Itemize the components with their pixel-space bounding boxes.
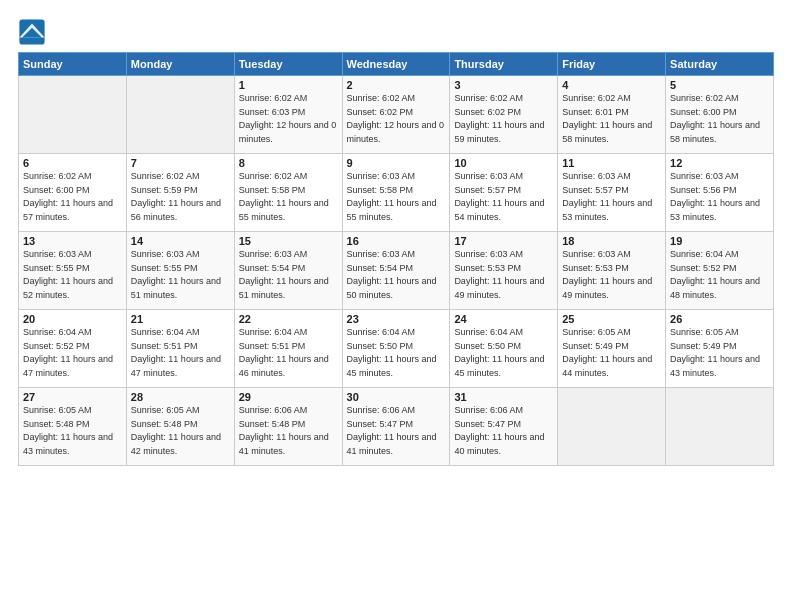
- day-info: Sunrise: 6:04 AMSunset: 5:52 PMDaylight:…: [670, 248, 769, 302]
- day-info: Sunrise: 6:04 AMSunset: 5:51 PMDaylight:…: [239, 326, 338, 380]
- day-number: 1: [239, 79, 338, 91]
- day-number: 25: [562, 313, 661, 325]
- day-number: 13: [23, 235, 122, 247]
- day-info: Sunrise: 6:03 AMSunset: 5:55 PMDaylight:…: [23, 248, 122, 302]
- calendar-table: SundayMondayTuesdayWednesdayThursdayFrid…: [18, 52, 774, 466]
- logo-icon: [18, 18, 46, 46]
- day-cell: 20Sunrise: 6:04 AMSunset: 5:52 PMDayligh…: [19, 310, 127, 388]
- day-cell: 21Sunrise: 6:04 AMSunset: 5:51 PMDayligh…: [126, 310, 234, 388]
- day-number: 2: [347, 79, 446, 91]
- day-number: 4: [562, 79, 661, 91]
- day-cell: 18Sunrise: 6:03 AMSunset: 5:53 PMDayligh…: [558, 232, 666, 310]
- header-day-wednesday: Wednesday: [342, 53, 450, 76]
- day-number: 22: [239, 313, 338, 325]
- day-info: Sunrise: 6:03 AMSunset: 5:56 PMDaylight:…: [670, 170, 769, 224]
- day-number: 18: [562, 235, 661, 247]
- day-cell: 3Sunrise: 6:02 AMSunset: 6:02 PMDaylight…: [450, 76, 558, 154]
- day-info: Sunrise: 6:02 AMSunset: 5:58 PMDaylight:…: [239, 170, 338, 224]
- day-cell: 9Sunrise: 6:03 AMSunset: 5:58 PMDaylight…: [342, 154, 450, 232]
- header-row: SundayMondayTuesdayWednesdayThursdayFrid…: [19, 53, 774, 76]
- day-info: Sunrise: 6:03 AMSunset: 5:53 PMDaylight:…: [454, 248, 553, 302]
- day-number: 5: [670, 79, 769, 91]
- day-cell: 7Sunrise: 6:02 AMSunset: 5:59 PMDaylight…: [126, 154, 234, 232]
- day-number: 14: [131, 235, 230, 247]
- day-number: 8: [239, 157, 338, 169]
- day-number: 31: [454, 391, 553, 403]
- day-info: Sunrise: 6:03 AMSunset: 5:57 PMDaylight:…: [454, 170, 553, 224]
- day-info: Sunrise: 6:06 AMSunset: 5:48 PMDaylight:…: [239, 404, 338, 458]
- day-cell: 29Sunrise: 6:06 AMSunset: 5:48 PMDayligh…: [234, 388, 342, 466]
- day-cell: 1Sunrise: 6:02 AMSunset: 6:03 PMDaylight…: [234, 76, 342, 154]
- day-number: 12: [670, 157, 769, 169]
- day-info: Sunrise: 6:02 AMSunset: 6:01 PMDaylight:…: [562, 92, 661, 146]
- day-info: Sunrise: 6:06 AMSunset: 5:47 PMDaylight:…: [454, 404, 553, 458]
- day-info: Sunrise: 6:06 AMSunset: 5:47 PMDaylight:…: [347, 404, 446, 458]
- header-day-sunday: Sunday: [19, 53, 127, 76]
- day-number: 28: [131, 391, 230, 403]
- header-day-thursday: Thursday: [450, 53, 558, 76]
- week-row-3: 13Sunrise: 6:03 AMSunset: 5:55 PMDayligh…: [19, 232, 774, 310]
- day-info: Sunrise: 6:05 AMSunset: 5:49 PMDaylight:…: [670, 326, 769, 380]
- day-cell: 6Sunrise: 6:02 AMSunset: 6:00 PMDaylight…: [19, 154, 127, 232]
- calendar-body: 1Sunrise: 6:02 AMSunset: 6:03 PMDaylight…: [19, 76, 774, 466]
- header-day-friday: Friday: [558, 53, 666, 76]
- day-number: 29: [239, 391, 338, 403]
- day-number: 20: [23, 313, 122, 325]
- day-cell: 10Sunrise: 6:03 AMSunset: 5:57 PMDayligh…: [450, 154, 558, 232]
- week-row-4: 20Sunrise: 6:04 AMSunset: 5:52 PMDayligh…: [19, 310, 774, 388]
- day-info: Sunrise: 6:04 AMSunset: 5:50 PMDaylight:…: [454, 326, 553, 380]
- day-cell: 22Sunrise: 6:04 AMSunset: 5:51 PMDayligh…: [234, 310, 342, 388]
- day-cell: 19Sunrise: 6:04 AMSunset: 5:52 PMDayligh…: [666, 232, 774, 310]
- header-day-monday: Monday: [126, 53, 234, 76]
- day-info: Sunrise: 6:03 AMSunset: 5:57 PMDaylight:…: [562, 170, 661, 224]
- header-day-saturday: Saturday: [666, 53, 774, 76]
- logo: [18, 18, 50, 46]
- day-info: Sunrise: 6:04 AMSunset: 5:52 PMDaylight:…: [23, 326, 122, 380]
- day-info: Sunrise: 6:02 AMSunset: 6:00 PMDaylight:…: [23, 170, 122, 224]
- day-number: 9: [347, 157, 446, 169]
- calendar-header: SundayMondayTuesdayWednesdayThursdayFrid…: [19, 53, 774, 76]
- day-cell: 12Sunrise: 6:03 AMSunset: 5:56 PMDayligh…: [666, 154, 774, 232]
- day-cell: 27Sunrise: 6:05 AMSunset: 5:48 PMDayligh…: [19, 388, 127, 466]
- week-row-2: 6Sunrise: 6:02 AMSunset: 6:00 PMDaylight…: [19, 154, 774, 232]
- day-info: Sunrise: 6:03 AMSunset: 5:54 PMDaylight:…: [239, 248, 338, 302]
- day-info: Sunrise: 6:03 AMSunset: 5:54 PMDaylight:…: [347, 248, 446, 302]
- day-number: 23: [347, 313, 446, 325]
- day-cell: 8Sunrise: 6:02 AMSunset: 5:58 PMDaylight…: [234, 154, 342, 232]
- day-info: Sunrise: 6:02 AMSunset: 6:03 PMDaylight:…: [239, 92, 338, 146]
- day-number: 24: [454, 313, 553, 325]
- day-cell: 24Sunrise: 6:04 AMSunset: 5:50 PMDayligh…: [450, 310, 558, 388]
- day-info: Sunrise: 6:02 AMSunset: 5:59 PMDaylight:…: [131, 170, 230, 224]
- day-cell: 15Sunrise: 6:03 AMSunset: 5:54 PMDayligh…: [234, 232, 342, 310]
- day-info: Sunrise: 6:05 AMSunset: 5:49 PMDaylight:…: [562, 326, 661, 380]
- day-number: 21: [131, 313, 230, 325]
- day-info: Sunrise: 6:04 AMSunset: 5:50 PMDaylight:…: [347, 326, 446, 380]
- header-day-tuesday: Tuesday: [234, 53, 342, 76]
- day-cell: 4Sunrise: 6:02 AMSunset: 6:01 PMDaylight…: [558, 76, 666, 154]
- day-info: Sunrise: 6:04 AMSunset: 5:51 PMDaylight:…: [131, 326, 230, 380]
- day-cell: 23Sunrise: 6:04 AMSunset: 5:50 PMDayligh…: [342, 310, 450, 388]
- day-info: Sunrise: 6:02 AMSunset: 6:02 PMDaylight:…: [454, 92, 553, 146]
- day-number: 27: [23, 391, 122, 403]
- day-cell: 5Sunrise: 6:02 AMSunset: 6:00 PMDaylight…: [666, 76, 774, 154]
- day-info: Sunrise: 6:05 AMSunset: 5:48 PMDaylight:…: [131, 404, 230, 458]
- day-cell: 13Sunrise: 6:03 AMSunset: 5:55 PMDayligh…: [19, 232, 127, 310]
- day-number: 19: [670, 235, 769, 247]
- calendar-page: SundayMondayTuesdayWednesdayThursdayFrid…: [0, 0, 792, 476]
- day-cell: 28Sunrise: 6:05 AMSunset: 5:48 PMDayligh…: [126, 388, 234, 466]
- day-cell: 11Sunrise: 6:03 AMSunset: 5:57 PMDayligh…: [558, 154, 666, 232]
- day-info: Sunrise: 6:03 AMSunset: 5:58 PMDaylight:…: [347, 170, 446, 224]
- day-number: 3: [454, 79, 553, 91]
- day-cell: 31Sunrise: 6:06 AMSunset: 5:47 PMDayligh…: [450, 388, 558, 466]
- week-row-1: 1Sunrise: 6:02 AMSunset: 6:03 PMDaylight…: [19, 76, 774, 154]
- day-cell: 26Sunrise: 6:05 AMSunset: 5:49 PMDayligh…: [666, 310, 774, 388]
- day-info: Sunrise: 6:03 AMSunset: 5:53 PMDaylight:…: [562, 248, 661, 302]
- day-cell: 17Sunrise: 6:03 AMSunset: 5:53 PMDayligh…: [450, 232, 558, 310]
- day-number: 6: [23, 157, 122, 169]
- day-number: 10: [454, 157, 553, 169]
- day-info: Sunrise: 6:02 AMSunset: 6:02 PMDaylight:…: [347, 92, 446, 146]
- day-cell: 25Sunrise: 6:05 AMSunset: 5:49 PMDayligh…: [558, 310, 666, 388]
- day-number: 15: [239, 235, 338, 247]
- day-number: 7: [131, 157, 230, 169]
- day-number: 30: [347, 391, 446, 403]
